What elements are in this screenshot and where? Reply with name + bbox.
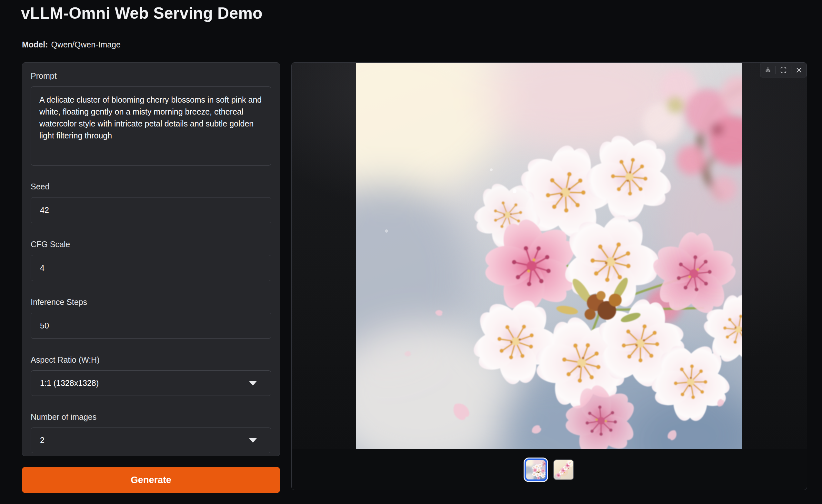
prompt-field: Prompt A delicate cluster of blooming ch… <box>31 71 271 165</box>
inference-steps-input[interactable] <box>31 313 271 339</box>
prompt-input[interactable]: A delicate cluster of blooming cherry bl… <box>31 86 271 165</box>
thumbnail-2-image <box>554 460 573 479</box>
model-label: Model: <box>22 40 48 49</box>
chevron-down-icon <box>249 381 257 386</box>
thumbnail-2[interactable] <box>553 460 574 480</box>
seed-field: Seed <box>31 182 271 223</box>
generation-settings-panel: Prompt A delicate cluster of blooming ch… <box>22 62 280 456</box>
generate-button[interactable]: Generate <box>22 467 280 493</box>
cfg-scale-label: CFG Scale <box>31 239 271 249</box>
settings-column: Prompt A delicate cluster of blooming ch… <box>22 62 280 493</box>
close-button[interactable] <box>791 63 807 77</box>
inference-steps-label: Inference Steps <box>31 297 271 307</box>
app-root: vLLM-Omni Web Serving Demo Model:Qwen/Qw… <box>0 0 822 504</box>
num-images-value: 2 <box>40 436 44 445</box>
num-images-label: Number of images <box>31 412 271 422</box>
aspect-ratio-value: 1:1 (1328x1328) <box>40 379 99 388</box>
prompt-label: Prompt <box>31 71 271 81</box>
aspect-ratio-select[interactable]: 1:1 (1328x1328) <box>31 371 271 396</box>
close-icon <box>795 66 803 74</box>
seed-label: Seed <box>31 182 271 191</box>
fullscreen-icon <box>780 66 787 74</box>
fullscreen-button[interactable] <box>776 63 791 77</box>
download-icon <box>764 66 772 74</box>
download-button[interactable] <box>760 63 776 77</box>
image-stage <box>292 63 807 449</box>
model-line: Model:Qwen/Qwen-Image <box>22 40 121 49</box>
image-viewer-panel <box>291 62 807 490</box>
chevron-down-icon <box>249 438 257 443</box>
thumbnail-1-selected[interactable] <box>524 459 547 481</box>
num-images-field: Number of images 2 <box>31 412 271 453</box>
page-title: vLLM-Omni Web Serving Demo <box>21 4 263 23</box>
num-images-select[interactable]: 2 <box>31 428 271 453</box>
thumbnail-1-image <box>526 460 545 479</box>
viewer-toolbar <box>760 63 807 77</box>
cfg-scale-field: CFG Scale <box>31 239 271 281</box>
inference-steps-field: Inference Steps <box>31 297 271 339</box>
model-value: Qwen/Qwen-Image <box>51 40 121 49</box>
aspect-ratio-field: Aspect Ratio (W:H) 1:1 (1328x1328) <box>31 355 271 396</box>
seed-input[interactable] <box>31 197 271 223</box>
generated-image-cherry-blossoms[interactable] <box>356 63 742 449</box>
gallery-thumbnails <box>292 449 807 490</box>
cfg-scale-input[interactable] <box>31 255 271 281</box>
aspect-ratio-label: Aspect Ratio (W:H) <box>31 355 271 365</box>
